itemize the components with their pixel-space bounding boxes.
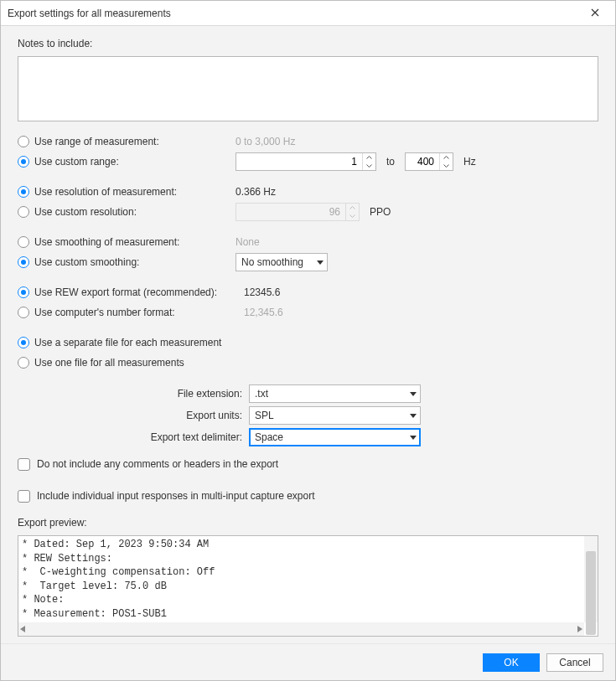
radio-range-custom-label: Use custom range: xyxy=(34,156,230,168)
vertical-scrollbar[interactable] xyxy=(584,536,598,622)
chevron-down-icon xyxy=(410,414,417,418)
close-icon xyxy=(591,8,599,19)
horizontal-scrollbar[interactable] xyxy=(18,622,584,636)
export-units-label: Export units: xyxy=(18,410,244,421)
smoothing-measurement-value: None xyxy=(236,236,260,248)
spin-up-icon xyxy=(346,204,359,212)
ok-button[interactable]: OK xyxy=(483,653,540,672)
range-group: Use range of measurement: 0 to 3,000 Hz … xyxy=(18,132,598,172)
radio-format-computer-label: Use computer's number format: xyxy=(34,307,239,318)
resolution-custom-unit: PPO xyxy=(370,206,391,218)
radio-files-separate[interactable] xyxy=(18,337,29,348)
spin-down-icon[interactable] xyxy=(363,162,375,170)
preview-label: Export preview: xyxy=(18,517,598,529)
radio-files-single[interactable] xyxy=(18,357,29,369)
format-rew-value: 12345.6 xyxy=(244,286,280,298)
notes-label: Notes to include: xyxy=(18,38,598,49)
checkbox-no-comments-label: Do not include any comments or headers i… xyxy=(37,458,278,470)
chevron-down-icon xyxy=(410,436,417,440)
dialog-window: Export settings for all measurements Not… xyxy=(0,0,616,681)
resolution-group: Use resolution of measurement: 0.366 Hz … xyxy=(18,182,598,222)
file-extension-label: File extension: xyxy=(18,388,244,400)
range-to-label: to xyxy=(386,156,395,168)
options-group: File extension: .txt Export units: SPL E… xyxy=(18,383,598,448)
export-delimiter-select[interactable]: Space xyxy=(249,428,421,446)
file-extension-select[interactable]: .txt xyxy=(249,384,421,403)
smoothing-select-value: No smoothing xyxy=(241,256,303,268)
radio-range-custom[interactable] xyxy=(18,156,29,168)
scroll-left-icon[interactable] xyxy=(20,623,25,635)
radio-files-separate-label: Use a separate file for each measurement xyxy=(34,337,221,348)
chevron-down-icon xyxy=(317,261,324,265)
radio-resolution-measurement[interactable] xyxy=(18,186,29,198)
preview-text: * Dated: Sep 1, 2023 9:50:34 AM * REW Se… xyxy=(18,536,584,622)
resolution-custom-input xyxy=(236,204,345,220)
radio-smoothing-custom-label: Use custom smoothing: xyxy=(34,256,230,268)
spin-up-icon[interactable] xyxy=(440,153,453,162)
radio-resolution-custom[interactable] xyxy=(18,206,29,218)
smoothing-select[interactable]: No smoothing xyxy=(236,253,328,271)
radio-format-computer[interactable] xyxy=(18,307,29,318)
dialog-footer: OK Cancel xyxy=(1,643,615,680)
checkbox-include-individual-label: Include individual input responses in mu… xyxy=(37,490,315,502)
spin-down-icon[interactable] xyxy=(440,162,453,170)
radio-format-rew-label: Use REW export format (recommended): xyxy=(34,286,239,298)
window-title: Export settings for all measurements xyxy=(8,8,171,19)
checkbox-no-comments[interactable] xyxy=(18,458,30,471)
cancel-button[interactable]: Cancel xyxy=(546,653,603,672)
notes-input[interactable] xyxy=(18,56,598,121)
smoothing-group: Use smoothing of measurement: None Use c… xyxy=(18,232,598,272)
range-to-input[interactable] xyxy=(406,153,439,170)
radio-smoothing-custom[interactable] xyxy=(18,256,29,268)
resolution-custom-spinner xyxy=(236,203,360,221)
preview-box: * Dated: Sep 1, 2023 9:50:34 AM * REW Se… xyxy=(18,535,598,637)
radio-smoothing-measurement[interactable] xyxy=(18,236,29,248)
titlebar: Export settings for all measurements xyxy=(1,1,615,26)
radio-range-measurement-label: Use range of measurement: xyxy=(34,136,230,147)
scrollbar-thumb[interactable] xyxy=(586,551,596,635)
format-group: Use REW export format (recommended): 123… xyxy=(18,282,598,322)
chevron-down-icon xyxy=(410,392,417,396)
radio-format-rew[interactable] xyxy=(18,286,29,298)
radio-resolution-custom-label: Use custom resolution: xyxy=(34,206,230,218)
range-to-spinner[interactable] xyxy=(405,152,453,171)
radio-smoothing-measurement-label: Use smoothing of measurement: xyxy=(34,236,230,248)
close-button[interactable] xyxy=(582,2,608,25)
export-delimiter-value: Space xyxy=(255,431,283,443)
export-units-select[interactable]: SPL xyxy=(249,406,421,425)
radio-resolution-measurement-label: Use resolution of measurement: xyxy=(34,186,230,198)
range-from-input[interactable] xyxy=(236,153,362,170)
dialog-content: Notes to include: Use range of measureme… xyxy=(1,26,615,643)
export-units-value: SPL xyxy=(255,410,274,421)
spin-up-icon[interactable] xyxy=(363,153,375,162)
radio-range-measurement[interactable] xyxy=(18,136,29,147)
range-unit: Hz xyxy=(463,156,476,168)
export-delimiter-label: Export text delimiter: xyxy=(18,431,244,443)
scroll-right-icon[interactable] xyxy=(577,623,582,635)
resolution-measurement-value: 0.366 Hz xyxy=(236,186,276,198)
files-group: Use a separate file for each measurement… xyxy=(18,333,598,373)
radio-files-single-label: Use one file for all measurements xyxy=(34,357,184,369)
file-extension-value: .txt xyxy=(255,388,268,400)
range-measurement-value: 0 to 3,000 Hz xyxy=(236,136,295,147)
spin-down-icon xyxy=(346,212,359,220)
range-from-spinner[interactable] xyxy=(236,152,376,171)
format-computer-value: 12,345.6 xyxy=(244,307,283,318)
checkbox-include-individual[interactable] xyxy=(18,490,30,503)
